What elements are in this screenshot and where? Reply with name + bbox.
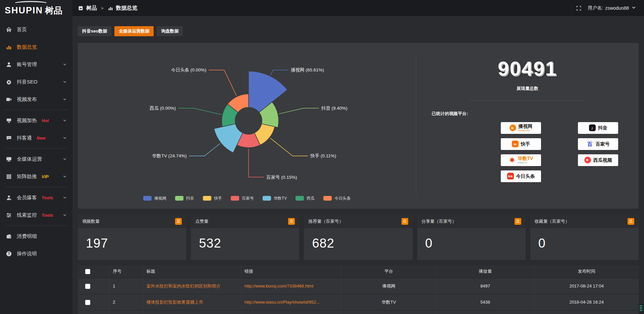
sidebar-item-全媒体运营[interactable]: 全媒体运营 — [0, 150, 72, 168]
sidebar-item-抖音SEO[interactable]: 抖音SEO — [0, 73, 72, 91]
legend-item-今日头条[interactable]: 今日头条 — [323, 196, 351, 201]
chevron-down-icon — [62, 80, 67, 84]
column-header-播放量: 播放量 — [436, 265, 534, 278]
heat-icon — [5, 117, 12, 124]
topbar: 树品 > 数据总览 用户名: zswodun88 — [72, 0, 644, 16]
app-square-icon — [78, 5, 84, 11]
sidebar-item-label: 抖音SEO — [17, 79, 38, 85]
platform-sublabel: boosj.com — [519, 129, 530, 132]
cell-link[interactable]: http://www.wasu.cn/Play/show/id/952… — [241, 294, 341, 310]
sidebar-badge-Tools: Tools — [42, 195, 53, 200]
tab-全媒体运营数据[interactable]: 全媒体运营数据 — [114, 26, 154, 36]
overview-panel: 播视网 (65.61%)抖音 (9.40%)快手 (0.11%)百家号 (0.1… — [78, 43, 639, 209]
breadcrumb-root[interactable]: 树品 — [86, 5, 97, 12]
sidebar-item-label: 操作说明 — [17, 251, 37, 257]
table-row — [78, 310, 639, 314]
screen-icon — [5, 156, 12, 162]
chart-crumb-icon — [108, 5, 113, 11]
main-content: 抖音seo数据全媒体运营数据询盘数据 播视网 (65.61%)抖音 (9.40%… — [72, 16, 644, 314]
tab-抖音seo数据[interactable]: 抖音seo数据 — [78, 26, 111, 36]
boosj-icon: ▶ — [509, 124, 516, 131]
sidebar-badge-Hot: Hot — [42, 118, 49, 123]
cell-time — [534, 310, 639, 314]
user-icon — [5, 61, 12, 68]
sidebar-item-线索监控[interactable]: 线索监控Tools — [0, 206, 72, 224]
legend-item-播视网[interactable]: 播视网 — [143, 196, 166, 201]
page-scrollbar[interactable] — [639, 304, 643, 313]
breadcrumb-separator: > — [101, 6, 104, 11]
pie-label-line — [279, 108, 319, 114]
cell-title[interactable] — [143, 310, 241, 314]
column-header-链接: 链接 — [241, 265, 341, 278]
chevron-down-icon — [62, 62, 67, 67]
cell-views — [436, 310, 534, 314]
fullscreen-icon[interactable] — [576, 5, 582, 11]
sidebar-item-矩阵助推[interactable]: 矩阵助推VIP — [0, 168, 72, 185]
select-all-checkbox[interactable] — [85, 269, 90, 274]
legend-label: 百家号 — [242, 196, 254, 201]
total-impressions-label: 展现量总数 — [416, 86, 639, 92]
app-logo: SHUPIN 树品 — [0, 0, 72, 21]
stat-card-title: 点赞量 — [195, 218, 208, 224]
legend-swatch — [263, 196, 271, 201]
platform-name: 播视网 — [519, 124, 533, 129]
toutiao-icon: 头条 — [507, 173, 514, 179]
grid-icon — [5, 173, 12, 180]
platform-grid: ▶播视网boosj.com∞快手✱华数TVwasu.cn头条今日头条♪抖音百百家… — [501, 122, 639, 182]
platform-badge-百家号: 百百家号 — [578, 138, 618, 150]
sidebar-item-操作说明[interactable]: ?操作说明 — [0, 245, 72, 262]
member-icon — [5, 194, 12, 201]
rose-pie-chart: 播视网 (65.61%)抖音 (9.40%)快手 (0.11%)百家号 (0.1… — [78, 50, 416, 190]
pie-slice-华数TV[interactable] — [214, 123, 243, 152]
platform-name: 华数TV — [518, 156, 533, 161]
sidebar-item-账号管理[interactable]: 账号管理 — [0, 56, 72, 73]
platform-name: 百家号 — [596, 142, 610, 147]
sidebar-divider — [5, 225, 68, 226]
stat-card-value: 0 — [530, 228, 639, 260]
legend-item-华数TV[interactable]: 华数TV — [263, 196, 287, 201]
cell-link[interactable]: http://www.boosj.com/7338468.html — [241, 278, 341, 294]
legend-label: 华数TV — [274, 196, 287, 201]
platform-badge-西瓜视频: ▶西瓜视频 — [578, 154, 618, 166]
row-checkbox[interactable] — [85, 284, 90, 289]
sidebar-item-消费明细[interactable]: 消费明细 — [0, 227, 72, 245]
sidebar-item-抖客通[interactable]: 抖客通New — [0, 129, 72, 147]
row-checkbox[interactable] — [85, 300, 90, 305]
logo-arc — [13, 1, 48, 6]
cell-link[interactable] — [241, 310, 341, 314]
sidebar-badge-Tools: Tools — [42, 213, 53, 218]
cell-no — [109, 310, 143, 314]
stat-card-点赞量: 点赞量总532 — [191, 215, 299, 260]
cell-time: 2018-04-26 16:24 — [534, 294, 639, 310]
cell-title[interactable]: 室外水纹灯和室内水纹灯的区别和简介 — [143, 278, 241, 294]
sidebar-item-视频发布[interactable]: 视频发布 — [0, 91, 72, 108]
cell-views: 8497 — [436, 278, 534, 294]
chart-legend: 播视网抖音快手百家号华数TV西瓜今日头条 — [78, 196, 416, 201]
legend-item-西瓜[interactable]: 西瓜 — [296, 196, 315, 201]
total-badge: 总 — [515, 218, 521, 225]
stat-card-视频数量: 视频数量总197 — [78, 215, 186, 260]
chat-icon — [5, 135, 12, 141]
sidebar-item-数据总览[interactable]: 数据总览 — [0, 38, 72, 56]
kuaishou-icon: ∞ — [512, 141, 519, 147]
chevron-down-icon — [62, 118, 67, 123]
user-menu[interactable]: 用户名: zswodun88 — [588, 5, 637, 11]
sidebar-item-首页[interactable]: 首页 — [0, 21, 72, 38]
sidebar-item-视频加热[interactable]: 视频加热Hot — [0, 112, 72, 129]
legend-item-抖音[interactable]: 抖音 — [175, 196, 194, 201]
pie-label: 今日头条 (0.00%) — [171, 67, 206, 72]
cell-no: 1 — [109, 278, 143, 294]
table-row: 1室外水纹灯和室内水纹灯的区别和简介http://www.boosj.com/7… — [78, 278, 639, 294]
tab-询盘数据[interactable]: 询盘数据 — [157, 26, 183, 36]
video-table: 序号标题链接平台播放量发布时间 1室外水纹灯和室内水纹灯的区别和简介http:/… — [78, 265, 639, 314]
sidebar-item-会员爆客[interactable]: 会员爆客Tools — [0, 189, 72, 206]
platform-badge-播视网: ▶播视网boosj.com — [501, 122, 541, 134]
legend-item-百家号[interactable]: 百家号 — [231, 196, 254, 201]
cell-title[interactable]: 楼体投影灯投影效果震撼上市 — [143, 294, 241, 310]
pie-label: 华数TV (24.74%) — [152, 153, 187, 158]
legend-swatch — [231, 196, 239, 201]
pie-label: 播视网 (65.61%) — [291, 67, 324, 72]
sidebar: SHUPIN 树品 首页数据总览账号管理抖音SEO视频发布视频加热Hot抖客通N… — [0, 0, 72, 314]
legend-item-快手[interactable]: 快手 — [203, 196, 222, 201]
sidebar-item-label: 线索监控 — [17, 212, 37, 218]
